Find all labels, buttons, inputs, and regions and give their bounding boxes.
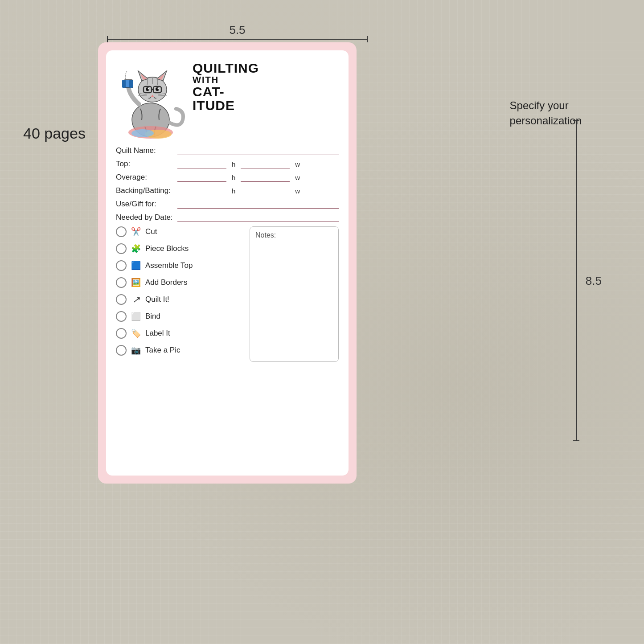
check-item-pic: 📷 Take a Pic xyxy=(116,345,243,356)
quilt-name-label: Quilt Name: xyxy=(116,146,174,155)
backing-h-dim: h xyxy=(232,187,235,195)
needle-icon: ↗ xyxy=(131,294,141,305)
check-item-borders: 🖼️ Add Borders xyxy=(116,277,243,288)
card-inner: QUILTING WITH CAT- ITUDE Quilt Name: Top… xyxy=(106,50,349,476)
backing-row: Backing/Batting: h w xyxy=(116,186,339,195)
form-section: Quilt Name: Top: h w Overage: h w Backin… xyxy=(116,146,339,222)
check-label-pic: Take a Pic xyxy=(145,346,180,355)
dimension-width-line xyxy=(107,39,368,40)
personalization-note: Specify your personalization xyxy=(510,98,582,128)
card-title: QUILTING WITH CAT- ITUDE xyxy=(193,57,259,113)
notes-label: Notes: xyxy=(255,231,276,239)
check-circle-bind[interactable] xyxy=(116,311,127,322)
use-gift-line xyxy=(177,200,339,209)
top-h-dim: h xyxy=(232,160,235,168)
cat-illustration xyxy=(116,57,187,140)
backing-h-line xyxy=(177,186,226,195)
check-label-borders: Add Borders xyxy=(145,278,188,287)
svg-rect-19 xyxy=(122,80,126,88)
notes-box: Notes: xyxy=(250,226,339,362)
check-circle-borders[interactable] xyxy=(116,277,127,288)
blue-square-icon: 🟦 xyxy=(131,261,141,271)
card-outer: QUILTING WITH CAT- ITUDE Quilt Name: Top… xyxy=(98,42,357,484)
overage-w-dim: w xyxy=(295,174,300,181)
dimension-width-label: 5.5 xyxy=(229,23,245,37)
top-w-line xyxy=(241,160,290,168)
overage-h-dim: h xyxy=(232,174,235,181)
top-row: Top: h w xyxy=(116,160,339,168)
check-label-bind: Bind xyxy=(145,312,160,321)
dimension-top: 5.5 xyxy=(107,23,368,40)
bottom-section: ✂️ Cut 🧩 Piece Blocks 🟦 Assemble Top xyxy=(116,226,339,362)
check-circle-cut[interactable] xyxy=(116,226,127,237)
check-item-piece: 🧩 Piece Blocks xyxy=(116,243,243,254)
pages-label: 40 pages xyxy=(23,125,86,142)
check-circle-piece[interactable] xyxy=(116,243,127,254)
needed-date-line xyxy=(177,213,339,222)
frame-icon: 🖼️ xyxy=(131,278,141,287)
card-header: QUILTING WITH CAT- ITUDE xyxy=(116,57,339,140)
check-item-bind: ⬜ Bind xyxy=(116,311,243,322)
dimension-height-line xyxy=(576,120,577,441)
needed-label: Needed by Date: xyxy=(116,213,174,222)
check-label-quilt: Quilt It! xyxy=(145,295,169,304)
use-gift-row: Use/Gift for: xyxy=(116,200,339,209)
dimension-height-label: 8.5 xyxy=(586,274,602,288)
check-label-label: Label It xyxy=(145,329,170,338)
check-circle-quilt[interactable] xyxy=(116,294,127,305)
checklist: ✂️ Cut 🧩 Piece Blocks 🟦 Assemble Top xyxy=(116,226,243,362)
label-icon: 🏷️ xyxy=(131,328,141,338)
bind-icon: ⬜ xyxy=(131,312,141,321)
scissors-icon: ✂️ xyxy=(131,227,141,237)
svg-point-23 xyxy=(131,129,154,137)
backing-w-dim: w xyxy=(295,187,300,195)
check-item-assemble: 🟦 Assemble Top xyxy=(116,260,243,271)
overage-row: Overage: h w xyxy=(116,173,339,182)
quilt-name-row: Quilt Name: xyxy=(116,146,339,155)
backing-w-line xyxy=(241,186,290,195)
svg-rect-20 xyxy=(129,80,133,88)
overage-label: Overage: xyxy=(116,173,174,182)
overage-w-line xyxy=(241,173,290,182)
top-w-dim: w xyxy=(295,160,300,168)
check-circle-pic[interactable] xyxy=(116,345,127,356)
overage-h-line xyxy=(177,173,226,182)
dimension-height-container: 8.5 xyxy=(576,120,602,441)
check-label-assemble: Assemble Top xyxy=(145,261,193,270)
top-label: Top: xyxy=(116,160,174,168)
check-label-piece: Piece Blocks xyxy=(145,244,189,253)
svg-point-11 xyxy=(148,88,149,90)
puzzle-icon: 🧩 xyxy=(131,244,141,254)
camera-icon: 📷 xyxy=(131,345,141,355)
top-h-line xyxy=(177,160,226,168)
quilt-name-line xyxy=(177,146,339,155)
check-circle-label[interactable] xyxy=(116,328,127,339)
check-item-label: 🏷️ Label It xyxy=(116,328,243,339)
backing-label: Backing/Batting: xyxy=(116,186,174,195)
check-label-cut: Cut xyxy=(145,227,157,236)
check-circle-assemble[interactable] xyxy=(116,260,127,271)
use-gift-label: Use/Gift for: xyxy=(116,200,174,209)
check-item-quilt: ↗ Quilt It! xyxy=(116,294,243,305)
needed-row: Needed by Date: xyxy=(116,213,339,222)
svg-point-12 xyxy=(158,88,159,90)
check-item-cut: ✂️ Cut xyxy=(116,226,243,237)
